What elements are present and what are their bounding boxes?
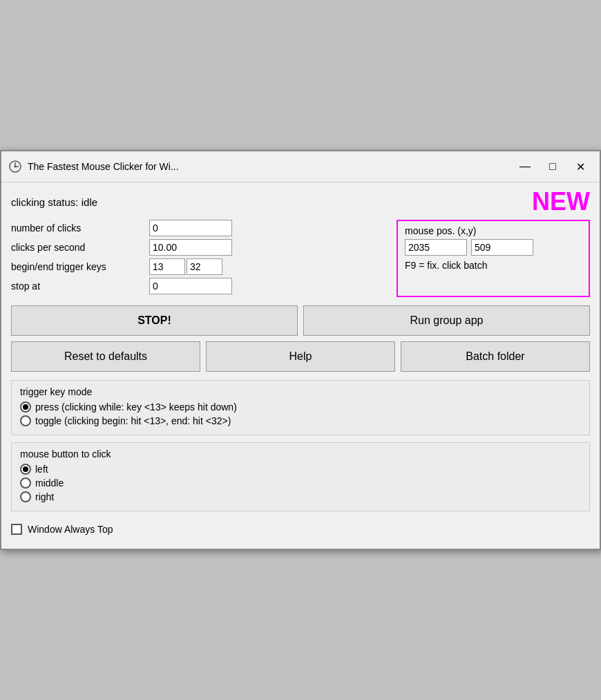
svg-point-3 — [15, 166, 17, 168]
trigger-key1-input[interactable] — [149, 258, 185, 275]
mouse-button-title: mouse button to click — [20, 448, 581, 460]
buttons-row1: STOP! Run group app — [11, 305, 590, 336]
stop-at-row: stop at — [11, 278, 390, 294]
right-radio-row[interactable]: right — [20, 491, 581, 502]
run-group-button[interactable]: Run group app — [303, 305, 590, 336]
toggle-radio-label: toggle (clicking begin: hit <13>, end: h… — [35, 415, 231, 426]
new-badge: NEW — [532, 189, 590, 214]
mouse-button-section: mouse button to click left middle right — [11, 442, 590, 511]
num-clicks-input[interactable] — [149, 220, 232, 236]
right-radio-label: right — [35, 491, 54, 502]
clicks-per-sec-input[interactable] — [149, 239, 232, 256]
mouse-pos-label: mouse pos. (x,y) — [405, 225, 582, 236]
title-bar: The Fastest Mouse Clicker for Wi... — □ … — [1, 151, 600, 182]
middle-radio[interactable] — [20, 477, 31, 489]
press-radio-label: press (clicking while: key <13> keeps hi… — [35, 401, 237, 413]
help-button[interactable]: Help — [206, 341, 395, 372]
right-radio[interactable] — [20, 491, 31, 502]
window-top-checkbox[interactable] — [11, 524, 22, 535]
clicks-per-sec-row: clicks per second — [11, 239, 390, 256]
left-radio-label: left — [35, 464, 48, 475]
window-content: clicking status: idle NEW number of clic… — [1, 182, 600, 549]
trigger-keys-row: begin/end trigger keys — [11, 258, 390, 275]
toggle-radio[interactable] — [20, 415, 31, 426]
batch-folder-button[interactable]: Batch folder — [401, 341, 590, 372]
left-form: number of clicks clicks per second begin… — [11, 220, 390, 297]
buttons-row2: Reset to defaults Help Batch folder — [11, 341, 590, 372]
minimize-button[interactable]: — — [513, 157, 537, 176]
close-button[interactable]: ✕ — [568, 157, 593, 176]
press-radio-row[interactable]: press (clicking while: key <13> keeps hi… — [20, 401, 581, 413]
mouse-pos-values — [405, 239, 582, 256]
title-bar-text: The Fastest Mouse Clicker for Wi... — [28, 161, 513, 172]
stop-button[interactable]: STOP! — [11, 305, 298, 336]
title-bar-controls: — □ ✕ — [513, 157, 593, 176]
status-row: clicking status: idle NEW — [11, 189, 590, 214]
reset-button[interactable]: Reset to defaults — [11, 341, 200, 372]
middle-radio-label: middle — [35, 477, 64, 489]
window-top-row[interactable]: Window Always Top — [11, 518, 590, 538]
main-form: number of clicks clicks per second begin… — [11, 220, 590, 297]
trigger-key2-input[interactable] — [187, 258, 222, 275]
app-icon — [8, 160, 22, 173]
trigger-mode-section: trigger key mode press (clicking while: … — [11, 380, 590, 435]
mouse-y-input[interactable] — [471, 239, 533, 256]
press-radio[interactable] — [20, 401, 31, 413]
middle-radio-row[interactable]: middle — [20, 477, 581, 489]
num-clicks-label: number of clicks — [11, 223, 149, 234]
main-window: The Fastest Mouse Clicker for Wi... — □ … — [0, 150, 601, 550]
trigger-mode-title: trigger key mode — [20, 386, 581, 397]
toggle-radio-row[interactable]: toggle (clicking begin: hit <13>, end: h… — [20, 415, 581, 426]
window-top-label: Window Always Top — [28, 524, 113, 535]
stop-at-input[interactable] — [149, 278, 232, 294]
maximize-button[interactable]: □ — [540, 157, 565, 176]
trigger-keys-inputs — [149, 258, 222, 275]
clicks-per-sec-label: clicks per second — [11, 242, 149, 253]
stop-at-label: stop at — [11, 281, 149, 292]
num-clicks-row: number of clicks — [11, 220, 390, 236]
mouse-pos-panel: mouse pos. (x,y) F9 = fix. click batch — [397, 220, 590, 297]
mouse-x-input[interactable] — [405, 239, 467, 256]
fix-batch-text: F9 = fix. click batch — [405, 260, 582, 271]
status-text: clicking status: idle — [11, 196, 97, 208]
trigger-keys-label: begin/end trigger keys — [11, 261, 149, 272]
left-radio-row[interactable]: left — [20, 464, 581, 475]
left-radio[interactable] — [20, 464, 31, 475]
